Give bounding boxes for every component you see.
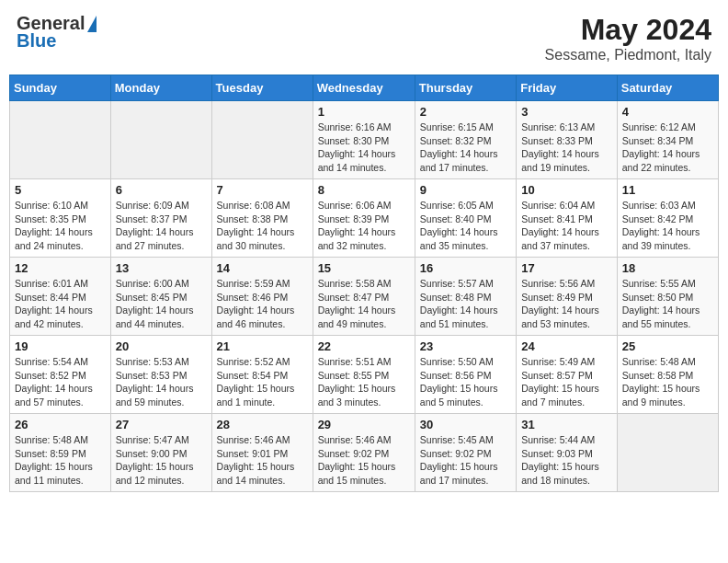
day-number: 25	[622, 339, 713, 353]
calendar-day-cell: 31Sunrise: 5:44 AMSunset: 9:03 PMDayligh…	[517, 414, 618, 492]
day-info: Sunrise: 6:12 AMSunset: 8:34 PMDaylight:…	[622, 121, 713, 175]
day-info: Sunrise: 5:57 AMSunset: 8:48 PMDaylight:…	[420, 277, 511, 331]
logo: General Blue	[17, 13, 97, 52]
calendar-day-cell: 22Sunrise: 5:51 AMSunset: 8:55 PMDayligh…	[313, 336, 415, 414]
day-info: Sunrise: 5:46 AMSunset: 9:02 PMDaylight:…	[318, 433, 410, 488]
calendar-day-cell: 14Sunrise: 5:59 AMSunset: 8:46 PMDayligh…	[211, 258, 313, 336]
day-of-week-header: Thursday	[415, 75, 516, 101]
day-number: 2	[420, 105, 511, 119]
calendar-week-row: 5Sunrise: 6:10 AMSunset: 8:35 PMDaylight…	[10, 179, 719, 258]
calendar-day-cell: 3Sunrise: 6:13 AMSunset: 8:33 PMDaylight…	[517, 101, 618, 179]
calendar-day-cell: 10Sunrise: 6:04 AMSunset: 8:41 PMDayligh…	[517, 179, 618, 258]
day-info: Sunrise: 6:10 AMSunset: 8:35 PMDaylight:…	[15, 199, 106, 253]
calendar-day-cell: 15Sunrise: 5:58 AMSunset: 8:47 PMDayligh…	[313, 258, 415, 336]
day-number: 21	[217, 339, 308, 353]
day-number: 18	[622, 261, 713, 275]
day-of-week-header: Monday	[110, 75, 211, 101]
day-number: 11	[622, 183, 713, 197]
day-info: Sunrise: 6:04 AMSunset: 8:41 PMDaylight:…	[521, 199, 612, 253]
day-number: 8	[318, 183, 410, 197]
calendar-day-cell: 9Sunrise: 6:05 AMSunset: 8:40 PMDaylight…	[415, 179, 516, 258]
day-number: 15	[318, 261, 410, 275]
day-number: 4	[622, 105, 713, 119]
calendar-day-cell: 1Sunrise: 6:16 AMSunset: 8:30 PMDaylight…	[313, 101, 415, 179]
day-number: 9	[420, 183, 511, 197]
day-info: Sunrise: 5:44 AMSunset: 9:03 PMDaylight:…	[521, 433, 612, 488]
calendar-day-cell: 8Sunrise: 6:06 AMSunset: 8:39 PMDaylight…	[313, 179, 415, 258]
calendar-week-row: 19Sunrise: 5:54 AMSunset: 8:52 PMDayligh…	[10, 336, 719, 414]
day-number: 6	[116, 183, 207, 197]
logo-blue: Blue	[17, 30, 56, 52]
day-info: Sunrise: 5:48 AMSunset: 8:59 PMDaylight:…	[15, 433, 106, 488]
day-info: Sunrise: 6:16 AMSunset: 8:30 PMDaylight:…	[318, 121, 410, 175]
day-info: Sunrise: 5:54 AMSunset: 8:52 PMDaylight:…	[15, 355, 106, 409]
page-header: General Blue May 2024 Sessame, Piedmont,…	[9, 9, 719, 67]
calendar-week-row: 12Sunrise: 6:01 AMSunset: 8:44 PMDayligh…	[10, 258, 719, 336]
day-of-week-header: Wednesday	[313, 75, 415, 101]
calendar-day-cell: 19Sunrise: 5:54 AMSunset: 8:52 PMDayligh…	[10, 336, 111, 414]
day-info: Sunrise: 6:09 AMSunset: 8:37 PMDaylight:…	[116, 199, 207, 253]
calendar-week-row: 26Sunrise: 5:48 AMSunset: 8:59 PMDayligh…	[10, 414, 719, 492]
calendar-day-cell: 25Sunrise: 5:48 AMSunset: 8:58 PMDayligh…	[617, 336, 718, 414]
day-number: 1	[318, 105, 410, 119]
day-number: 3	[521, 105, 612, 119]
calendar-subtitle: Sessame, Piedmont, Italy	[545, 47, 711, 63]
calendar-day-cell: 27Sunrise: 5:47 AMSunset: 9:00 PMDayligh…	[110, 414, 211, 492]
day-number: 5	[15, 183, 106, 197]
day-number: 22	[318, 339, 410, 353]
calendar-day-cell: 17Sunrise: 5:56 AMSunset: 8:49 PMDayligh…	[517, 258, 618, 336]
calendar-day-cell: 11Sunrise: 6:03 AMSunset: 8:42 PMDayligh…	[617, 179, 718, 258]
calendar-day-cell: 23Sunrise: 5:50 AMSunset: 8:56 PMDayligh…	[415, 336, 516, 414]
day-number: 24	[521, 339, 612, 353]
calendar-day-cell: 2Sunrise: 6:15 AMSunset: 8:32 PMDaylight…	[415, 101, 516, 179]
calendar-day-cell: 24Sunrise: 5:49 AMSunset: 8:57 PMDayligh…	[517, 336, 618, 414]
calendar-day-cell: 20Sunrise: 5:53 AMSunset: 8:53 PMDayligh…	[110, 336, 211, 414]
calendar-day-cell: 13Sunrise: 6:00 AMSunset: 8:45 PMDayligh…	[110, 258, 211, 336]
calendar-day-cell: 5Sunrise: 6:10 AMSunset: 8:35 PMDaylight…	[10, 179, 111, 258]
calendar-day-cell: 7Sunrise: 6:08 AMSunset: 8:38 PMDaylight…	[211, 179, 313, 258]
day-number: 16	[420, 261, 511, 275]
day-info: Sunrise: 6:06 AMSunset: 8:39 PMDaylight:…	[318, 199, 410, 253]
calendar-table: SundayMondayTuesdayWednesdayThursdayFrid…	[9, 75, 719, 492]
day-number: 30	[420, 418, 511, 431]
day-info: Sunrise: 5:53 AMSunset: 8:53 PMDaylight:…	[116, 355, 207, 409]
day-info: Sunrise: 5:50 AMSunset: 8:56 PMDaylight:…	[420, 355, 511, 409]
calendar-day-cell	[211, 101, 313, 179]
calendar-day-cell: 30Sunrise: 5:45 AMSunset: 9:02 PMDayligh…	[415, 414, 516, 492]
calendar-day-cell: 12Sunrise: 6:01 AMSunset: 8:44 PMDayligh…	[10, 258, 111, 336]
calendar-day-cell: 4Sunrise: 6:12 AMSunset: 8:34 PMDaylight…	[617, 101, 718, 179]
day-info: Sunrise: 6:03 AMSunset: 8:42 PMDaylight:…	[622, 199, 713, 253]
day-number: 27	[116, 418, 207, 431]
day-info: Sunrise: 5:58 AMSunset: 8:47 PMDaylight:…	[318, 277, 410, 331]
day-info: Sunrise: 6:13 AMSunset: 8:33 PMDaylight:…	[521, 121, 612, 175]
calendar-header: SundayMondayTuesdayWednesdayThursdayFrid…	[10, 75, 719, 101]
day-number: 19	[15, 339, 106, 353]
day-info: Sunrise: 6:00 AMSunset: 8:45 PMDaylight:…	[116, 277, 207, 331]
day-info: Sunrise: 5:52 AMSunset: 8:54 PMDaylight:…	[217, 355, 308, 409]
header-row: SundayMondayTuesdayWednesdayThursdayFrid…	[10, 75, 719, 101]
calendar-day-cell: 16Sunrise: 5:57 AMSunset: 8:48 PMDayligh…	[415, 258, 516, 336]
title-block: May 2024 Sessame, Piedmont, Italy	[545, 13, 711, 63]
calendar-day-cell: 21Sunrise: 5:52 AMSunset: 8:54 PMDayligh…	[211, 336, 313, 414]
day-number: 26	[15, 418, 106, 431]
day-of-week-header: Tuesday	[211, 75, 313, 101]
calendar-body: 1Sunrise: 6:16 AMSunset: 8:30 PMDaylight…	[10, 101, 719, 492]
day-info: Sunrise: 6:08 AMSunset: 8:38 PMDaylight:…	[217, 199, 308, 253]
day-number: 23	[420, 339, 511, 353]
day-info: Sunrise: 6:01 AMSunset: 8:44 PMDaylight:…	[15, 277, 106, 331]
day-number: 31	[521, 418, 612, 431]
day-info: Sunrise: 5:55 AMSunset: 8:50 PMDaylight:…	[622, 277, 713, 331]
day-number: 14	[217, 261, 308, 275]
day-info: Sunrise: 5:49 AMSunset: 8:57 PMDaylight:…	[521, 355, 612, 409]
calendar-day-cell: 6Sunrise: 6:09 AMSunset: 8:37 PMDaylight…	[110, 179, 211, 258]
day-number: 10	[521, 183, 612, 197]
day-info: Sunrise: 5:51 AMSunset: 8:55 PMDaylight:…	[318, 355, 410, 409]
day-number: 20	[116, 339, 207, 353]
day-number: 28	[217, 418, 308, 431]
logo-triangle-icon	[87, 16, 97, 32]
day-of-week-header: Sunday	[10, 75, 111, 101]
day-number: 29	[318, 418, 410, 431]
calendar-title: May 2024	[545, 13, 711, 47]
calendar-day-cell: 18Sunrise: 5:55 AMSunset: 8:50 PMDayligh…	[617, 258, 718, 336]
day-number: 17	[521, 261, 612, 275]
